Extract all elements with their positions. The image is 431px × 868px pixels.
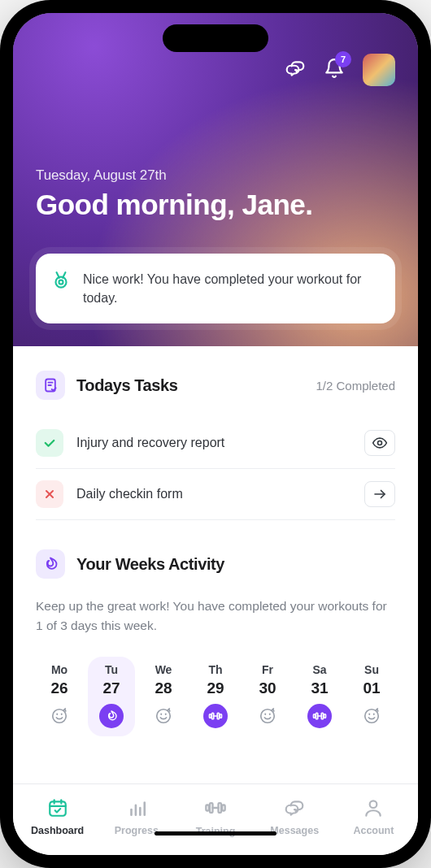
fire-icon bbox=[99, 704, 124, 728]
svg-rect-29 bbox=[50, 801, 66, 815]
tab-dashboard[interactable]: Dashboard bbox=[18, 791, 97, 842]
day-cell[interactable]: We28 bbox=[140, 657, 187, 736]
messages-icon[interactable] bbox=[285, 58, 306, 82]
day-number: 28 bbox=[155, 679, 172, 697]
svg-point-3 bbox=[378, 441, 382, 445]
tasks-icon bbox=[36, 371, 65, 400]
dumbbell-icon bbox=[204, 796, 227, 822]
notifications-icon[interactable]: 7 bbox=[324, 58, 345, 82]
activity-header: Your Weeks Activity bbox=[36, 549, 395, 579]
dynamic-island bbox=[163, 24, 268, 52]
svg-rect-37 bbox=[206, 805, 209, 810]
banner-text: Nice work! You have completed your worko… bbox=[83, 270, 381, 307]
day-cell[interactable]: Th29 bbox=[192, 657, 239, 736]
day-cell[interactable]: Su01 bbox=[348, 657, 395, 736]
rest-icon bbox=[47, 704, 72, 728]
chat-icon bbox=[284, 797, 305, 822]
achievement-banner[interactable]: Nice work! You have completed your worko… bbox=[36, 254, 395, 323]
day-name: Th bbox=[208, 663, 222, 676]
activity-subtext: Keep up the great work! You have complet… bbox=[36, 597, 395, 636]
tab-label: Messages bbox=[270, 825, 319, 836]
day-number: 30 bbox=[259, 679, 276, 697]
svg-rect-38 bbox=[222, 805, 225, 810]
activity-title: Your Weeks Activity bbox=[76, 555, 224, 574]
svg-rect-13 bbox=[210, 714, 211, 718]
tasks-header: Todays Tasks 1/2 Completed bbox=[36, 371, 395, 400]
bars-icon bbox=[126, 797, 147, 822]
task-row[interactable]: Injury and recovery report bbox=[36, 418, 395, 469]
medal-icon bbox=[50, 270, 72, 294]
day-number: 27 bbox=[102, 679, 120, 697]
content: Todays Tasks 1/2 Completed Injury and re… bbox=[13, 346, 418, 783]
task-row[interactable]: Daily checkin form bbox=[36, 469, 395, 520]
day-name: Tu bbox=[105, 663, 118, 676]
tab-label: Progress bbox=[115, 825, 159, 836]
day-name: Fr bbox=[262, 663, 273, 676]
x-icon bbox=[36, 480, 63, 508]
avatar[interactable] bbox=[363, 54, 395, 86]
task-label: Injury and recovery report bbox=[76, 436, 224, 450]
topbar: 7 bbox=[36, 54, 395, 86]
svg-point-18 bbox=[261, 710, 275, 723]
tab-label: Account bbox=[353, 825, 394, 836]
calendar-icon bbox=[47, 797, 68, 822]
svg-rect-14 bbox=[220, 714, 221, 718]
notification-badge: 7 bbox=[335, 51, 351, 67]
day-number: 31 bbox=[311, 679, 328, 697]
day-name: We bbox=[155, 663, 172, 676]
user-icon bbox=[363, 797, 384, 822]
tab-label: Dashboard bbox=[31, 825, 84, 836]
day-number: 01 bbox=[363, 679, 380, 697]
svg-point-42 bbox=[370, 801, 377, 808]
day-name: Su bbox=[364, 663, 379, 676]
current-date: Tuesday, August 27th bbox=[36, 167, 395, 184]
tab-bar: DashboardProgressTrainingMessagesAccount bbox=[13, 783, 418, 855]
svg-point-7 bbox=[53, 710, 67, 723]
dumbbell-icon bbox=[203, 704, 228, 728]
day-name: Mo bbox=[51, 663, 67, 676]
day-cell[interactable]: Sa31 bbox=[296, 657, 343, 736]
tab-account[interactable]: Account bbox=[334, 791, 413, 842]
hero: 7 Tuesday, August 27th Good morning, Jan… bbox=[13, 13, 418, 346]
svg-point-10 bbox=[157, 710, 171, 723]
fire-icon bbox=[36, 549, 65, 579]
task-label: Daily checkin form bbox=[76, 487, 183, 501]
day-cell[interactable]: Mo26 bbox=[36, 657, 83, 736]
check-icon bbox=[36, 429, 63, 457]
home-indicator bbox=[155, 831, 276, 835]
rest-icon bbox=[151, 704, 176, 728]
eye-icon[interactable] bbox=[364, 430, 395, 456]
svg-rect-21 bbox=[314, 714, 316, 718]
task-list: Injury and recovery report Daily checkin… bbox=[36, 418, 395, 520]
day-name: Sa bbox=[312, 663, 326, 676]
week-strip: Mo26Tu27We28Th29Fr30Sa31Su01 bbox=[36, 657, 395, 736]
rest-icon bbox=[359, 704, 384, 728]
greeting-text: Good morning, Jane. bbox=[36, 189, 395, 221]
arrow-right-icon[interactable] bbox=[364, 481, 395, 507]
dumbbell-icon bbox=[307, 704, 332, 728]
day-cell[interactable]: Tu27 bbox=[88, 657, 135, 736]
rest-icon bbox=[255, 704, 280, 728]
svg-point-1 bbox=[59, 280, 63, 284]
tasks-title: Todays Tasks bbox=[76, 376, 178, 395]
day-number: 29 bbox=[207, 679, 224, 697]
svg-point-0 bbox=[56, 277, 67, 288]
tasks-meta: 1/2 Completed bbox=[316, 379, 395, 393]
day-number: 26 bbox=[50, 679, 67, 697]
svg-point-26 bbox=[365, 710, 379, 723]
day-cell[interactable]: Fr30 bbox=[244, 657, 291, 736]
svg-rect-22 bbox=[324, 714, 325, 718]
